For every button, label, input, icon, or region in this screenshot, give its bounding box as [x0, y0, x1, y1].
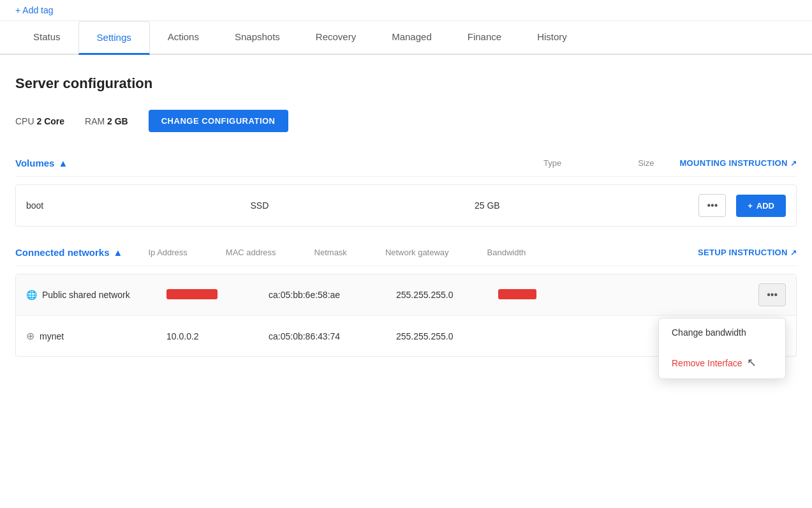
mounting-instruction-link[interactable]: MOUNTING INSTRUCTION ↗	[679, 158, 797, 168]
tab-history[interactable]: History	[519, 21, 585, 55]
tab-status[interactable]: Status	[15, 21, 78, 55]
networks-header: Connected networks ▲ Ip Address MAC addr…	[15, 247, 797, 266]
ram-label: RAM	[85, 116, 105, 126]
networks-section-title[interactable]: Connected networks ▲	[15, 247, 122, 258]
tab-finance[interactable]: Finance	[450, 21, 519, 55]
col-mac: MAC address	[226, 248, 276, 257]
server-config: CPU 2 Core RAM 2 GB CHANGE CONFIGURATION	[15, 110, 797, 132]
network-gateway-public	[498, 289, 613, 301]
tab-managed[interactable]: Managed	[374, 21, 450, 55]
cursor-icon: ↖	[747, 355, 757, 370]
network-actions-public: •••	[613, 283, 786, 306]
network-netmask-public: 255.255.255.0	[396, 290, 498, 300]
network-name-mynet: ⊕ mynet	[26, 330, 166, 342]
top-bar: + Add tag	[0, 0, 812, 21]
network-mac-mynet: ca:05:0b:86:43:74	[269, 331, 396, 341]
tab-settings[interactable]: Settings	[78, 21, 150, 55]
ram-config: RAM 2 GB	[85, 116, 128, 126]
network-netmask-mynet: 255.255.255.0	[396, 331, 498, 341]
networks-section: Connected networks ▲ Ip Address MAC addr…	[15, 247, 797, 357]
main-content: Server configuration CPU 2 Core RAM 2 GB…	[0, 55, 812, 398]
volumes-section: Volumes ▲ Type Size MOUNTING INSTRUCTION…	[15, 158, 797, 227]
tab-recovery[interactable]: Recovery	[298, 21, 374, 55]
volume-type: SSD	[250, 200, 474, 211]
cpu-config: CPU 2 Core	[15, 116, 64, 126]
network-dropdown-menu: Change bandwidth Remove Interface ↖	[658, 318, 786, 379]
network-mac-public: ca:05:bb:6e:58:ae	[269, 290, 396, 300]
network-ip-mynet: 10.0.0.2	[166, 331, 269, 341]
cpu-label: CPU	[15, 116, 34, 126]
volumes-table: boot SSD 25 GB ••• + ADD	[15, 184, 797, 227]
setup-external-icon: ↗	[790, 248, 797, 257]
volumes-type-col: Type	[543, 158, 561, 168]
external-link-icon: ↗	[790, 159, 797, 168]
ram-value: 2 GB	[107, 116, 128, 126]
network-name-public: 🌐 Public shared network	[26, 290, 166, 300]
remove-interface-item[interactable]: Remove Interface ↖	[659, 347, 785, 378]
volume-add-button[interactable]: + ADD	[736, 195, 786, 217]
change-configuration-button[interactable]: CHANGE CONFIGURATION	[149, 110, 288, 132]
network-more-button-public[interactable]: •••	[758, 283, 786, 306]
col-bandwidth: Bandwidth	[487, 248, 526, 257]
col-ip: Ip Address	[148, 248, 187, 257]
page-title: Server configuration	[15, 75, 797, 92]
network-row-public: 🌐 Public shared network ca:05:bb:6e:58:a…	[16, 274, 796, 316]
setup-instruction-link[interactable]: SETUP INSTRUCTION ↗	[698, 248, 797, 257]
add-tag-button[interactable]: + Add tag	[15, 5, 54, 15]
volume-size: 25 GB	[475, 200, 698, 211]
volume-actions: ••• + ADD	[698, 194, 786, 217]
tab-actions[interactable]: Actions	[150, 21, 217, 55]
volumes-header: Volumes ▲ Type Size MOUNTING INSTRUCTION…	[15, 158, 797, 177]
network-icon: ⊕	[26, 330, 34, 342]
volume-more-button[interactable]: •••	[698, 194, 726, 217]
plus-icon: +	[748, 201, 753, 211]
volumes-size-col: Size	[638, 158, 654, 168]
volume-row-boot: boot SSD 25 GB ••• + ADD	[16, 185, 796, 226]
volume-name: boot	[26, 200, 250, 211]
volumes-collapse-icon: ▲	[58, 158, 68, 168]
network-ip-public	[166, 289, 269, 301]
globe-icon: 🌐	[26, 290, 37, 300]
cpu-value: 2 Core	[36, 116, 64, 126]
tab-snapshots[interactable]: Snapshots	[217, 21, 298, 55]
tabs-container: Status Settings Actions Snapshots Recove…	[0, 21, 812, 55]
networks-collapse-icon: ▲	[114, 247, 123, 258]
change-bandwidth-item[interactable]: Change bandwidth	[659, 318, 785, 347]
networks-table: 🌐 Public shared network ca:05:bb:6e:58:a…	[15, 274, 797, 357]
col-netmask: Netmask	[314, 248, 347, 257]
col-gateway: Network gateway	[385, 248, 449, 257]
volumes-section-title[interactable]: Volumes ▲	[15, 158, 68, 168]
